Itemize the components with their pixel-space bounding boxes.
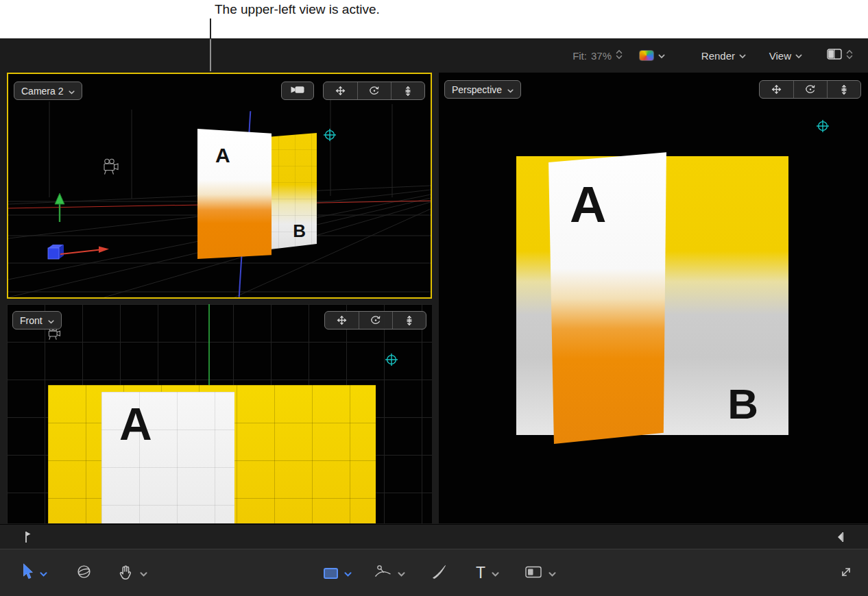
text-tool-icon: T bbox=[476, 564, 485, 582]
plane-b-letter: B bbox=[727, 383, 758, 425]
transform-3d-icon bbox=[75, 563, 93, 583]
paint-stroke-tool[interactable] bbox=[431, 549, 447, 596]
pan-icon[interactable] bbox=[760, 81, 793, 98]
chevron-down-icon bbox=[69, 86, 75, 97]
crosshair-icon bbox=[815, 119, 830, 134]
viewport-front[interactable]: A Front bbox=[7, 304, 432, 523]
color-well-button[interactable] bbox=[639, 48, 665, 63]
annotation-pointer-line bbox=[210, 18, 211, 71]
front-camera-controls bbox=[324, 311, 426, 330]
viewport-layout-menu[interactable] bbox=[827, 48, 853, 63]
render-menu-label: Render bbox=[701, 50, 735, 62]
orbit-icon[interactable] bbox=[359, 312, 392, 329]
perspective-camera-controls bbox=[759, 80, 861, 99]
pan-view-tool[interactable] bbox=[118, 549, 147, 596]
chevron-down-icon bbox=[48, 315, 54, 326]
screenshot-root: The upper-left view is active. Fit: 37% … bbox=[0, 0, 868, 596]
plane-a-letter: A bbox=[119, 401, 152, 447]
view-menu[interactable]: View bbox=[769, 48, 802, 63]
plane-b-letter: B bbox=[293, 222, 306, 240]
dolly-icon[interactable] bbox=[392, 312, 426, 329]
front-view-menu[interactable]: Front bbox=[12, 311, 62, 330]
chevron-down-icon[interactable] bbox=[344, 567, 352, 580]
camera2-view-menu[interactable]: Camera 2 bbox=[14, 82, 82, 100]
rectangle-shape-tool[interactable] bbox=[324, 549, 352, 596]
bezier-tool[interactable] bbox=[374, 549, 405, 596]
toolbar-expand-button[interactable] bbox=[839, 549, 853, 596]
chevron-down-icon bbox=[739, 49, 746, 62]
select-arrow-icon bbox=[21, 563, 34, 583]
orbit-icon[interactable] bbox=[793, 81, 827, 98]
bezier-pin-icon bbox=[374, 564, 391, 582]
image-mask-tool[interactable] bbox=[525, 549, 556, 596]
color-well-icon bbox=[639, 50, 654, 61]
fit-label: Fit: bbox=[572, 50, 587, 62]
orbit-icon[interactable] bbox=[357, 82, 391, 99]
plane-a[interactable]: A bbox=[197, 127, 272, 259]
range-start-icon[interactable] bbox=[23, 530, 32, 547]
up-down-stepper-icon bbox=[846, 49, 853, 62]
chevron-down-icon[interactable] bbox=[140, 567, 147, 580]
crosshair-icon bbox=[384, 352, 399, 367]
rectangle-tool-icon bbox=[324, 568, 338, 579]
y-axis-arrow-icon[interactable] bbox=[52, 192, 67, 226]
plane-a-letter: A bbox=[215, 145, 230, 166]
dolly-icon[interactable] bbox=[391, 82, 424, 99]
pane-layout-icon bbox=[827, 49, 842, 62]
pan-icon[interactable] bbox=[325, 312, 359, 329]
camera2-camera-controls bbox=[323, 82, 425, 100]
front-view-label: Front bbox=[20, 315, 43, 326]
text-tool[interactable]: T bbox=[476, 549, 499, 596]
chevron-down-icon[interactable] bbox=[398, 567, 405, 580]
shape-well-icon bbox=[525, 566, 542, 581]
render-menu[interactable]: Render bbox=[701, 48, 746, 63]
camera-icon bbox=[290, 85, 305, 97]
viewport-camera2[interactable]: B A Camera 2 bbox=[7, 73, 432, 299]
scene-camera-icon[interactable] bbox=[101, 158, 120, 178]
perspective-view-label: Perspective bbox=[452, 84, 502, 95]
tool-bar: T bbox=[0, 549, 868, 596]
dolly-icon[interactable] bbox=[827, 81, 860, 98]
origin-axes-icon[interactable] bbox=[45, 238, 111, 266]
chevron-down-icon[interactable] bbox=[40, 567, 47, 580]
chevron-down-icon bbox=[795, 49, 802, 62]
camera2-view-label: Camera 2 bbox=[21, 86, 63, 97]
timeline-strip[interactable] bbox=[0, 524, 868, 549]
chevron-down-icon[interactable] bbox=[492, 567, 499, 580]
view-menu-label: View bbox=[769, 50, 791, 62]
plane-a[interactable]: A bbox=[545, 148, 668, 449]
transform-3d-tool[interactable] bbox=[75, 549, 93, 596]
paint-stroke-icon bbox=[431, 564, 447, 582]
expand-icon bbox=[839, 565, 853, 582]
pan-icon[interactable] bbox=[324, 82, 357, 99]
chevron-down-icon bbox=[658, 49, 665, 62]
perspective-view-menu[interactable]: Perspective bbox=[444, 80, 521, 99]
plane-a[interactable]: A bbox=[101, 392, 234, 523]
annotation-text: The upper-left view is active. bbox=[215, 2, 380, 17]
camera-overlay-button[interactable] bbox=[281, 82, 314, 100]
canvas-top-toolbar: Fit: 37% Render View bbox=[0, 38, 868, 73]
up-down-stepper-icon bbox=[616, 49, 623, 62]
fit-value: 37% bbox=[591, 50, 612, 62]
viewport-perspective[interactable]: B A Perspective bbox=[439, 73, 868, 523]
select-transform-tool[interactable] bbox=[21, 549, 47, 596]
range-end-icon[interactable] bbox=[836, 530, 845, 547]
zoom-fit-control[interactable]: Fit: 37% bbox=[572, 48, 623, 63]
crosshair-icon bbox=[322, 127, 337, 142]
motion-canvas-window: Fit: 37% Render View bbox=[0, 38, 868, 596]
plane-a-letter: A bbox=[570, 179, 606, 230]
chevron-down-icon[interactable] bbox=[548, 567, 556, 580]
chevron-down-icon bbox=[507, 84, 514, 95]
hand-icon bbox=[118, 564, 134, 583]
